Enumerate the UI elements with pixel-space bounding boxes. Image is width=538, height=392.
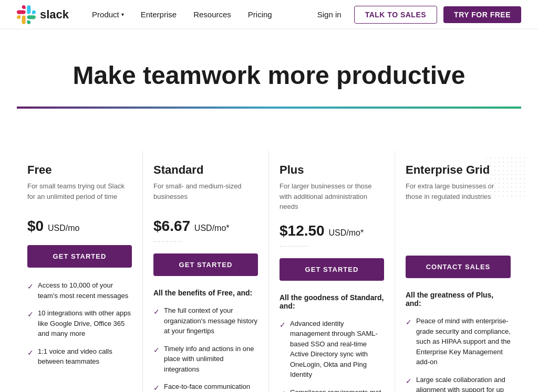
plan-card-standard: Standard For small- and medium-sized bus… <box>143 151 269 392</box>
plan-cta-button[interactable]: CONTACT SALES <box>406 256 511 278</box>
checkmark-icon: ✓ <box>153 306 160 317</box>
checkmark-icon: ✓ <box>27 347 34 358</box>
talk-to-sales-button[interactable]: TALK TO SALES <box>354 6 437 24</box>
pricing-section: Free For small teams trying out Slack fo… <box>0 130 538 392</box>
features-header: All the goodness of Standard, and: <box>280 293 384 310</box>
plan-price: $6.67 USD/mo* <box>153 218 258 235</box>
checkmark-icon: ✓ <box>27 309 34 320</box>
feature-text: 10 integrations with other apps like Goo… <box>38 308 132 339</box>
plan-price-row <box>406 218 511 245</box>
feature-text: Timely info and actions in one place wit… <box>164 344 258 375</box>
checkmark-icon: ✓ <box>27 281 34 292</box>
feature-text: The full context of your organization's … <box>164 305 258 336</box>
plan-desc: For small teams trying out Slack for an … <box>27 181 132 207</box>
plan-price-row: $0 USD/mo <box>27 218 132 235</box>
nav-product[interactable]: Product ▾ <box>86 6 130 23</box>
nav-pricing[interactable]: Pricing <box>242 6 278 23</box>
feature-item: ✓ Timely info and actions in one place w… <box>153 344 258 375</box>
checkmark-icon: ✓ <box>406 317 412 328</box>
checkmark-icon: ✓ <box>153 383 160 392</box>
checkmark-icon: ✓ <box>280 388 286 392</box>
plan-price-row: $12.50 USD/mo* ........... <box>280 223 384 248</box>
feature-text: Advanced identity management through SAM… <box>290 319 384 380</box>
feature-item: ✓ Compliance requirements met with data … <box>280 387 384 392</box>
checkmark-icon: ✓ <box>406 376 412 387</box>
pricing-grid: Free For small teams trying out Slack fo… <box>17 151 521 392</box>
plan-card-enterprise-grid: Enterprise Grid For extra large business… <box>395 151 521 392</box>
feature-item: ✓ Large scale collaboration and alignmen… <box>406 375 511 392</box>
plan-card-plus: Plus For larger businesses or those with… <box>269 151 395 392</box>
hero-divider <box>17 107 521 109</box>
feature-text: Face-to-face communication with group vo… <box>164 382 258 392</box>
feature-item: ✓ Access to 10,000 of your team's most r… <box>27 280 132 301</box>
logo[interactable]: slack <box>17 5 69 24</box>
chevron-down-icon: ▾ <box>121 12 124 17</box>
navbar: slack Product ▾ Enterprise Resources Pri… <box>0 0 538 29</box>
try-for-free-button[interactable]: TRY FOR FREE <box>443 6 521 23</box>
plan-name: Enterprise Grid <box>406 163 511 177</box>
feature-text: 1:1 voice and video calls between teamma… <box>38 346 132 367</box>
nav-links: Product ▾ Enterprise Resources Pricing <box>86 6 311 23</box>
feature-item: ✓ The full context of your organization'… <box>153 305 258 336</box>
plan-desc: For small- and medium-sized businesses <box>153 181 258 207</box>
feature-text: Access to 10,000 of your team's most rec… <box>38 280 132 301</box>
plan-desc: For extra large businesses or those in r… <box>406 181 511 207</box>
feature-item: ✓ 10 integrations with other apps like G… <box>27 308 132 339</box>
feature-item: ✓ Face-to-face communication with group … <box>153 382 258 392</box>
brand-name: slack <box>40 8 69 22</box>
feature-text: Peace of mind with enterprise-grade secu… <box>416 316 511 367</box>
feature-text: Large scale collaboration and alignment … <box>416 375 511 392</box>
plan-card-free: Free For small teams trying out Slack fo… <box>17 151 143 392</box>
nav-actions: Sign in TALK TO SALES TRY FOR FREE <box>311 6 521 24</box>
plan-name: Plus <box>280 163 384 177</box>
plan-price: $12.50 USD/mo* <box>280 223 384 239</box>
nav-resources[interactable]: Resources <box>187 6 237 23</box>
slack-logo-icon <box>17 5 36 24</box>
plan-name: Standard <box>153 163 258 177</box>
plan-price-row: $6.67 USD/mo* ........... <box>153 218 258 243</box>
feature-text: Compliance requirements met with data ex… <box>290 387 384 392</box>
hero-headline: Make teamwork more productive <box>17 61 521 90</box>
features-header: All the greatness of Plus, and: <box>406 291 511 308</box>
signin-link[interactable]: Sign in <box>311 6 348 23</box>
checkmark-icon: ✓ <box>153 345 160 356</box>
plan-name: Free <box>27 163 132 177</box>
feature-item: ✓ Peace of mind with enterprise-grade se… <box>406 316 511 367</box>
plan-desc: For larger businesses or those with addi… <box>280 181 384 212</box>
plan-cta-button[interactable]: GET STARTED <box>153 253 258 276</box>
hero-section: Make teamwork more productive <box>0 29 538 130</box>
nav-enterprise[interactable]: Enterprise <box>134 6 183 23</box>
plan-cta-button[interactable]: GET STARTED <box>280 258 384 281</box>
plan-price: $0 USD/mo <box>27 218 132 235</box>
features-header: All the benefits of Free, and: <box>153 289 258 297</box>
plan-cta-button[interactable]: GET STARTED <box>27 245 132 268</box>
feature-item: ✓ Advanced identity management through S… <box>280 319 384 380</box>
feature-item: ✓ 1:1 voice and video calls between team… <box>27 346 132 367</box>
checkmark-icon: ✓ <box>280 320 286 331</box>
